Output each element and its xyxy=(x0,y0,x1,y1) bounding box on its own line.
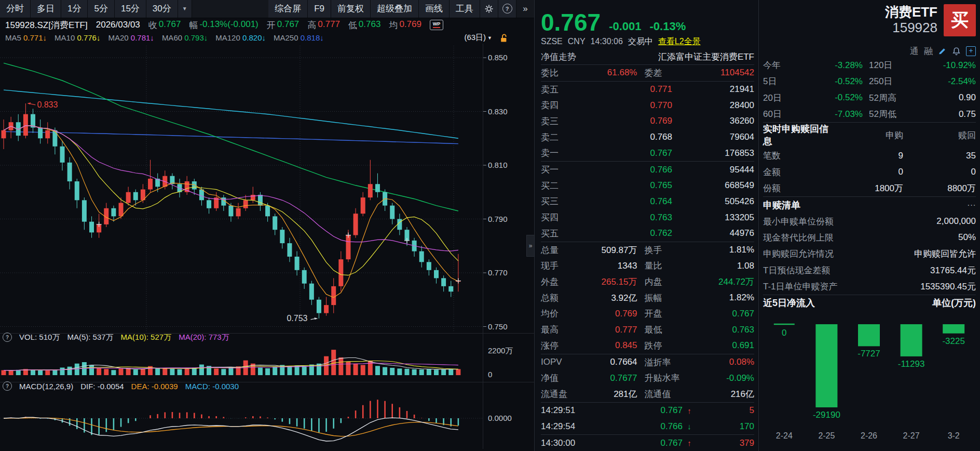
tab-period-30分[interactable]: 30分 xyxy=(146,0,178,18)
level-label: 买四 xyxy=(541,211,573,223)
weibi-row: 委比61.68%委差1104542 xyxy=(541,65,754,81)
stat-value: 1.81% xyxy=(690,245,755,255)
chevron-down-icon: ▼ xyxy=(487,35,492,41)
level-volume: 21941 xyxy=(672,84,754,95)
ask-row-卖四[interactable]: 卖四0.77028400 xyxy=(541,97,754,113)
field-收: 收0.767 xyxy=(148,19,181,31)
list-row-最小申赎单位份额: 最小申赎单位份额2,000,000 xyxy=(763,214,976,230)
tab-period-分时[interactable]: 分时 xyxy=(0,0,31,18)
toolbar-item-F9[interactable]: F9 xyxy=(308,0,331,18)
subscription-row-份额: 份额1800万8800万 xyxy=(763,180,976,196)
list-value: 2,000,000 xyxy=(834,216,976,227)
wp-window-icon[interactable]: WP xyxy=(430,20,443,30)
volume-indicator-labels: ? VOL: 510万MA(5): 537万MA(10): 527万MA(20)… xyxy=(3,333,229,342)
field-label: 收 xyxy=(148,19,157,31)
sub-label: 金额 xyxy=(763,166,831,178)
stats-panel: 消费ETF 159928 买 通 融 + 今年-3.28%120日-10.92%… xyxy=(759,0,980,451)
stat-row-外盘: 外盘265.15万内盘244.72万 xyxy=(541,274,754,290)
bid-row-买三[interactable]: 买三0.764505426 xyxy=(541,194,754,210)
arrow-down-icon: ↓ xyxy=(683,422,696,431)
unlock-icon[interactable] xyxy=(500,33,508,43)
ask-row-卖一[interactable]: 卖一0.767176853 xyxy=(541,145,754,162)
bid-row-买五[interactable]: 买五0.76244976 xyxy=(541,226,754,242)
svg-text:0.810: 0.810 xyxy=(488,161,508,169)
indicator-value: DIF: -0.0054 xyxy=(80,382,124,391)
tab-period-多日[interactable]: 多日 xyxy=(31,0,61,18)
redeem-list-title: 申赎清单 xyxy=(763,199,800,211)
perf-label: 52周低 xyxy=(863,108,913,120)
help-button[interactable]: ? xyxy=(498,0,516,18)
level-label: 卖四 xyxy=(541,99,573,111)
bid-row-买四[interactable]: 买四0.763133205 xyxy=(541,209,754,226)
more-menu-icon[interactable]: ··· xyxy=(800,200,976,210)
panel-collapse-handle[interactable]: » xyxy=(526,235,535,257)
chart-toolbar: 分时多日1分5分15分30分 ▼ 综合屏F9前复权超级叠加画线工具 ? » xyxy=(0,0,534,18)
svg-text:2200万: 2200万 xyxy=(488,346,513,355)
stat-value: 3.92亿 xyxy=(573,292,637,304)
weicha-value: 1104542 xyxy=(690,68,755,78)
tick-count: 170 xyxy=(696,421,754,432)
svg-text:2-24: 2-24 xyxy=(776,431,793,440)
ask-row-卖三[interactable]: 卖三0.76936260 xyxy=(541,113,754,129)
help-icon: ? xyxy=(502,4,512,14)
list-row-T-1日单位申赎资产: T-1日单位申赎资产1535390.45元 xyxy=(763,278,976,295)
toolbar-item-画线[interactable]: 画线 xyxy=(419,0,450,18)
indicator-value: MACD: -0.0030 xyxy=(185,382,239,391)
ask-row-卖二[interactable]: 卖二0.76879604 xyxy=(541,129,754,145)
indicator-value: MA(10): 527万 xyxy=(121,333,172,342)
perf-label: 5日 xyxy=(763,75,799,87)
toolbar-item-前复权[interactable]: 前复权 xyxy=(331,0,371,18)
stat-value: 0.691 xyxy=(690,340,755,351)
nav-trend-row[interactable]: 净值走势 汇添富中证主要消费ETF xyxy=(541,49,754,65)
perf-row-60日: 60日-7.03%52周低0.75 xyxy=(763,106,976,122)
toolbar-item-超级叠加[interactable]: 超级叠加 xyxy=(371,0,419,18)
toolbar-item-工具[interactable]: 工具 xyxy=(450,0,480,18)
field-label: 高 xyxy=(307,19,316,31)
kline-chart[interactable]: 0.8500.8300.8100.7900.7700.7500.8330.753… xyxy=(0,44,534,451)
tick-row: 14:30:000.767↑379 xyxy=(541,434,754,451)
sub-value: 0 xyxy=(831,167,903,177)
level-label: 买三 xyxy=(541,195,573,207)
perf-label: 今年 xyxy=(763,59,799,71)
settings-button[interactable] xyxy=(480,0,498,18)
volume-help-icon[interactable]: ? xyxy=(3,333,12,342)
exchange-label: SZSE xyxy=(541,37,563,46)
visible-period-selector[interactable]: (63日)▼ xyxy=(464,33,492,43)
tab-period-15分[interactable]: 15分 xyxy=(115,0,146,18)
fund-name: 汇添富中证主要消费ETF xyxy=(658,51,754,63)
stat-row-净值: 净值0.7677升贴水率-0.09% xyxy=(541,370,754,386)
level-price: 0.765 xyxy=(573,180,672,191)
stat-value: 244.72万 xyxy=(690,276,755,288)
period-dropdown-caret-icon[interactable]: ▼ xyxy=(178,0,192,18)
more-tools-button[interactable]: » xyxy=(516,0,534,18)
ma-item-MA120: MA120 0.820↓ xyxy=(215,33,266,42)
last-price-block: 0.767 -0.001 -0.13% xyxy=(541,0,754,34)
bid-row-买二[interactable]: 买二0.765668549 xyxy=(541,178,754,194)
net-inflow-title: 近5日净流入 xyxy=(763,297,815,309)
macd-help-icon[interactable]: ? xyxy=(3,381,12,391)
stat-label: 最高 xyxy=(541,324,573,336)
buy-button[interactable]: 买 xyxy=(944,4,976,36)
stat-value: 0.769 xyxy=(573,309,637,319)
list-value: 50% xyxy=(834,232,976,243)
tab-period-5分[interactable]: 5分 xyxy=(88,0,114,18)
subscription-row-金额: 金额00 xyxy=(763,164,976,180)
tick-row: 14:29:510.767↑5 xyxy=(541,402,754,419)
l2-panorama-link[interactable]: 查看L2全景 xyxy=(658,36,701,47)
stat-row-均价: 均价0.769开盘0.767 xyxy=(541,306,754,322)
edit-pencil-icon[interactable] xyxy=(938,47,947,56)
trading-status: 交易中 xyxy=(628,36,653,47)
tab-period-1分[interactable]: 1分 xyxy=(61,0,88,18)
svg-text:-7727: -7727 xyxy=(857,349,880,359)
ask-row-卖五[interactable]: 卖五0.77121941 xyxy=(541,81,754,98)
level-price: 0.763 xyxy=(573,213,672,223)
bid-row-买一[interactable]: 买一0.76695444 xyxy=(541,161,754,178)
security-code: 159928 xyxy=(885,20,937,35)
list-label: T日预估现金差额 xyxy=(763,264,830,276)
ma-label: MA20 xyxy=(108,33,130,42)
quote-panel: 0.767 -0.001 -0.13% SZSE CNY 14:30:06 交易… xyxy=(535,0,759,451)
alert-bell-icon[interactable] xyxy=(952,47,961,56)
add-to-watchlist-icon[interactable]: + xyxy=(966,46,976,56)
ma-label: MA120 xyxy=(215,33,242,42)
toolbar-item-综合屏[interactable]: 综合屏 xyxy=(268,0,308,18)
